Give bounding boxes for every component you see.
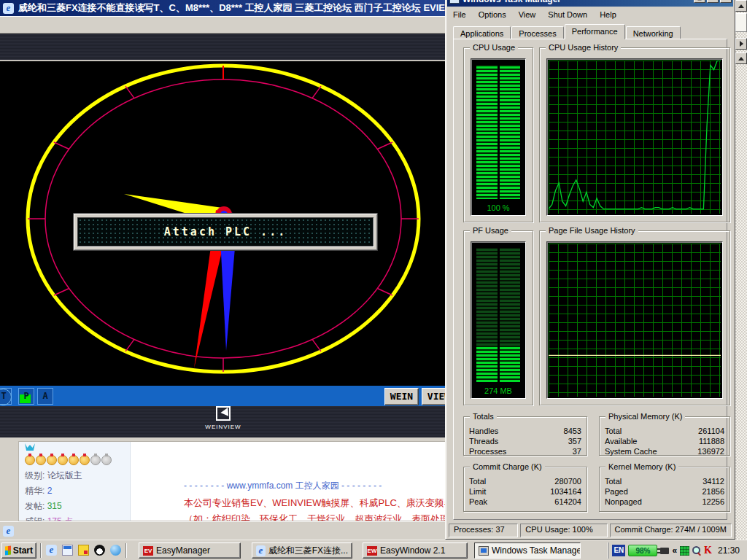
commit-charge-group-title: Commit Charge (K) [470, 462, 545, 471]
taskbar-button-task-manager[interactable]: Windows Task Manager [474, 542, 581, 559]
menu-help[interactable]: Help [600, 10, 616, 19]
stat-row: Limit1034164 [464, 486, 587, 497]
scroll-corner-button[interactable] [735, 52, 747, 64]
commit-charge-group: Commit Charge (K) Total280700 Limit10341… [463, 467, 587, 512]
pf-history-group: Page File Usage History [539, 230, 730, 405]
ie-status-icon: e [3, 526, 14, 537]
stat-row: Processes37 [464, 446, 587, 456]
physical-memory-group: Physical Memory (K) Total261104 Availabl… [599, 416, 730, 456]
quicklaunch-qq-icon[interactable] [93, 544, 106, 556]
browser-vertical-scrollbar[interactable] [735, 0, 747, 540]
scroll-right-button[interactable] [735, 38, 747, 50]
easywindow-icon: EW [367, 546, 377, 556]
task-manager-status-bar: Processes: 37 CPU Usage: 100% Commit Cha… [447, 522, 733, 537]
attach-plc-dialog: Attach PLC ... [73, 213, 378, 251]
kernel-memory-group-title: Kernel Memory (K) [605, 462, 678, 471]
battery-indicator[interactable]: 98% [628, 545, 657, 556]
user-badge-icon [25, 443, 35, 451]
tray-network-icon[interactable] [680, 546, 689, 556]
medal-icon [47, 455, 57, 465]
monitor-icon [479, 546, 489, 556]
hmi-t-button[interactable]: T [0, 388, 12, 405]
medal-icon [101, 455, 112, 465]
hmi-toolbar: T P A WEIN VIEW [0, 384, 445, 406]
scroll-up-button[interactable] [735, 0, 747, 12]
pf-usage-value: 274 MB [471, 386, 525, 395]
quicklaunch-ie-icon[interactable]: e [45, 544, 58, 556]
tray-antivirus-icon[interactable]: K [704, 545, 712, 556]
minimize-button[interactable]: _ [694, 0, 705, 3]
stat-row: System Cache136972 [600, 446, 729, 456]
tab-performance[interactable]: Performance [565, 24, 625, 39]
user-stat-row: 级别: 论坛版主 [25, 470, 124, 482]
stat-row: Total261104 [600, 426, 729, 436]
physical-memory-group-title: Physical Memory (K) [605, 412, 685, 421]
up-arrow-icon [738, 54, 744, 61]
task-manager-title-bar[interactable]: Windows Task Manager [447, 0, 733, 7]
stat-row: Peak614204 [464, 497, 587, 507]
medal-icon [80, 455, 90, 465]
tray-expand-chevron[interactable]: « [672, 545, 677, 556]
menu-file[interactable]: File [453, 10, 466, 19]
status-cpu-usage: CPU Usage: 100% [520, 524, 607, 537]
tab-processes[interactable]: Processes [511, 26, 563, 39]
up-arrow-icon [738, 1, 744, 8]
menu-shutdown[interactable]: Shut Down [548, 10, 587, 19]
taskbar-button-easywindow[interactable]: EW EasyWindow 2.1 [363, 542, 468, 559]
task-manager-title-text: Windows Task Manager [462, 0, 561, 4]
hmi-a-button[interactable]: A [37, 388, 53, 405]
tab-applications[interactable]: Applications [453, 26, 511, 39]
scrollbar-thumb[interactable] [735, 13, 747, 32]
medal-icon [36, 455, 46, 465]
screen: e 威纶和三菱FX连接不能直接读写T、C、M8***、D8*** 工控人家园 三… [0, 0, 747, 560]
taskbar-button-easymanager[interactable]: EV EasyManager [139, 542, 241, 559]
taskbar-divider [125, 543, 127, 558]
hmi-p-button[interactable]: P [18, 388, 34, 405]
start-button[interactable]: Start [1, 542, 36, 559]
medal-icon [90, 455, 101, 465]
status-processes: Processes: 37 [449, 524, 518, 537]
cpu-history-chart [546, 58, 723, 216]
stat-row: Paged21856 [600, 486, 729, 497]
medal-icon [25, 455, 35, 465]
pf-history-group-title: Page File Usage History [546, 226, 638, 235]
easywindow-hmi-window: Attach PLC ... T P A WEIN VIEW [0, 60, 445, 406]
stat-row: Threads357 [464, 436, 587, 446]
taskbar: Start e EV EasyManager e 威纶和三菱FX连接... EW… [0, 540, 747, 560]
attach-plc-message: Attach PLC ... [164, 225, 287, 238]
right-arrow-icon [740, 41, 746, 47]
medal-icon [58, 455, 68, 465]
quicklaunch-easymanager-icon[interactable] [77, 544, 90, 556]
power-plug-icon [660, 548, 669, 554]
task-manager-window: Windows Task Manager _ □ × File Options … [445, 0, 735, 540]
ie-icon: e [256, 545, 266, 556]
stat-row: Nonpaged12256 [600, 497, 729, 507]
user-stat-row: 发帖: 315 [25, 500, 124, 513]
language-indicator[interactable]: EN [612, 545, 625, 556]
taskbar-clock: 21:30 [715, 545, 743, 556]
totals-group-title: Totals [470, 412, 497, 421]
task-manager-menu-bar: File Options View Shut Down Help [447, 8, 733, 21]
task-manager-tabs: Applications Processes Performance Netwo… [453, 24, 727, 39]
wein-button[interactable]: WEIN [384, 388, 419, 405]
user-stat-row: 威望: 175 点 [25, 516, 124, 521]
cpu-usage-value: 100 % [471, 203, 525, 212]
tray-magnifier-icon[interactable] [692, 546, 701, 555]
user-stat-row: 精华: 2 [25, 485, 124, 497]
quicklaunch-messenger-icon[interactable] [109, 544, 122, 556]
cpu-history-group-title: CPU Usage History [546, 43, 621, 52]
menu-options[interactable]: Options [479, 10, 506, 19]
easymanager-icon: EV [143, 546, 153, 556]
ie-icon: e [3, 3, 14, 14]
taskbar-divider [40, 543, 42, 558]
tab-networking[interactable]: Networking [626, 26, 681, 39]
weinview-desktop-icon[interactable]: WEINVIEW [203, 406, 244, 430]
maximize-button[interactable]: □ [707, 0, 719, 3]
taskbar-button-browser[interactable]: e 威纶和三菱FX连接... [252, 542, 352, 559]
quicklaunch-window-icon[interactable] [61, 544, 74, 556]
windows-flag-icon [5, 546, 11, 556]
menu-view[interactable]: View [519, 10, 536, 19]
close-button[interactable]: × [720, 0, 732, 3]
weinview-icon-glyph [216, 406, 231, 421]
pf-history-chart [546, 241, 723, 399]
